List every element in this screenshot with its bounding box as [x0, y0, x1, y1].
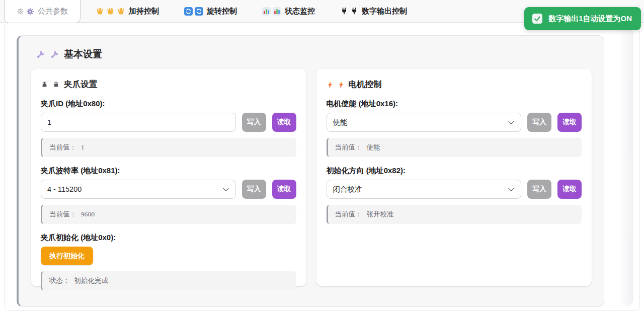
- tab-label: 加持控制: [129, 7, 159, 16]
- tab-common-params[interactable]: 公共参数: [4, 0, 80, 23]
- group-header: 基本设置: [31, 48, 592, 61]
- read-button[interactable]: 读取: [272, 180, 296, 199]
- gripper-settings-card: 夹爪设置 夹爪ID (地址0x80): 写入 读取 当前值： 1: [31, 69, 306, 286]
- field-label: 夹爪ID (地址0x80):: [41, 99, 296, 109]
- gripper-init-field: 夹爪初始化 (地址0x0): 执行初始化 状态： 初始化完成: [41, 233, 296, 290]
- scrollbar[interactable]: [620, 28, 633, 306]
- toast-notification[interactable]: 数字输出1自动设置为ON: [524, 7, 641, 30]
- write-button[interactable]: 写入: [527, 113, 551, 132]
- field-label: 夹爪波特率 (地址0x81):: [41, 166, 296, 176]
- status-value: 张开校准: [367, 210, 394, 219]
- plug-icon: [350, 7, 358, 15]
- field-label: 初始化方向 (地址0x82):: [327, 166, 582, 176]
- lightning-icon: [338, 81, 345, 89]
- status-bar: 状态： 初始化完成: [41, 271, 296, 290]
- bar-chart-icon: [262, 7, 271, 16]
- tab-icons: [262, 7, 281, 16]
- wrench-icon: [36, 50, 45, 59]
- cards-row: 夹爪设置 夹爪ID (地址0x80): 写入 读取 当前值： 1: [31, 69, 592, 286]
- hand-icon: [106, 7, 115, 16]
- gear-icon: [26, 8, 34, 16]
- status-label: 当前值：: [335, 143, 362, 152]
- section-title: 基本设置: [64, 48, 102, 61]
- init-direction-select[interactable]: 闭合校准: [327, 180, 522, 199]
- toast-message: 数字输出1自动设置为ON: [548, 14, 632, 24]
- tab-rotate-control[interactable]: 旋转控制: [174, 0, 247, 22]
- tab-icons: [17, 8, 34, 16]
- motor-control-card: 电机控制 电机使能 (地址0x16): 使能 写入 读取: [316, 69, 592, 286]
- status-value: 初始化完成: [74, 276, 109, 285]
- status-bar: 当前值： 9600: [41, 205, 296, 224]
- rotate-icon: [184, 7, 193, 16]
- write-button[interactable]: 写入: [527, 180, 551, 199]
- tab-grip-control[interactable]: 加持控制: [86, 0, 169, 22]
- motor-enable-select[interactable]: 使能: [327, 113, 522, 132]
- card-title: 夹爪设置: [64, 79, 97, 90]
- tab-status-monitor[interactable]: 状态监控: [252, 0, 325, 22]
- card-title: 电机控制: [349, 79, 382, 90]
- status-label: 当前值：: [49, 143, 76, 152]
- init-direction-field: 初始化方向 (地址0x82): 闭合校准 写入 读取 当前值：: [327, 166, 582, 224]
- gripper-id-field: 夹爪ID (地址0x80): 写入 读取 当前值： 1: [41, 99, 296, 157]
- motor-enable-field: 电机使能 (地址0x16): 使能 写入 读取 当前值： 使能: [327, 99, 582, 157]
- tab-icons: [96, 7, 125, 16]
- write-button[interactable]: 写入: [242, 180, 266, 199]
- status-bar: 当前值： 张开校准: [327, 205, 582, 224]
- read-button[interactable]: 读取: [272, 113, 296, 132]
- wrench-icon: [50, 50, 59, 59]
- baud-select[interactable]: 4 - 115200: [41, 180, 236, 199]
- checkbox-checked-icon: [532, 14, 542, 24]
- tab-icons: [340, 7, 358, 15]
- hand-icon: [117, 7, 125, 16]
- clamp-icon: [52, 81, 60, 89]
- read-button[interactable]: 读取: [557, 113, 582, 132]
- status-bar: 当前值： 使能: [327, 138, 582, 157]
- bar-chart-icon: [273, 7, 281, 16]
- status-value: 使能: [367, 143, 380, 152]
- gear-outline-icon: [17, 8, 24, 15]
- tab-digital-output[interactable]: 数字输出控制: [330, 0, 417, 22]
- hand-icon: [96, 7, 104, 16]
- tab-label: 旋转控制: [207, 7, 237, 16]
- basic-settings-group: 基本设置: [17, 35, 604, 307]
- status-label: 状态：: [49, 276, 70, 285]
- gripper-baud-field: 夹爪波特率 (地址0x81): 4 - 115200 写入 读取 当前值：: [41, 166, 296, 224]
- read-button[interactable]: 读取: [557, 180, 582, 199]
- run-init-button[interactable]: 执行初始化: [41, 247, 93, 265]
- write-button[interactable]: 写入: [242, 113, 266, 132]
- gripper-id-input[interactable]: [41, 113, 236, 132]
- status-label: 当前值：: [49, 210, 76, 219]
- tab-icons: [184, 7, 203, 16]
- field-label: 夹爪初始化 (地址0x0):: [41, 233, 296, 243]
- status-value: 9600: [81, 210, 95, 218]
- rotate-icon: [195, 7, 203, 16]
- tab-label: 数字输出控制: [362, 7, 407, 16]
- plug-icon: [340, 7, 348, 15]
- status-value: 1: [81, 143, 85, 151]
- lightning-icon: [327, 81, 334, 89]
- tab-label: 公共参数: [38, 7, 68, 16]
- card-header: 夹爪设置: [41, 79, 296, 90]
- tab-label: 状态监控: [285, 7, 315, 16]
- card-header: 电机控制: [327, 79, 582, 90]
- main-content: 基本设置: [4, 23, 640, 311]
- field-label: 电机使能 (地址0x16):: [327, 99, 582, 109]
- status-label: 当前值：: [335, 210, 362, 219]
- status-bar: 当前值： 1: [41, 138, 296, 157]
- clamp-icon: [41, 81, 48, 89]
